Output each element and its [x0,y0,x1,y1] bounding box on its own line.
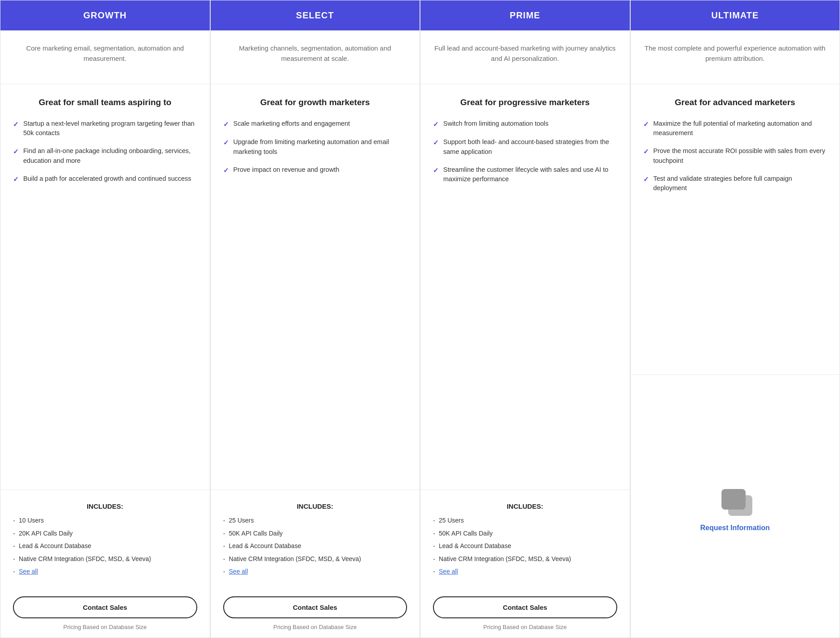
includes-title-prime: INCLUDES: [433,502,617,510]
plan-great-for-growth: Great for small teams aspiring to [0,84,210,112]
bullet-text: Upgrade from limiting marketing automati… [233,137,407,157]
pricing-note-select: Pricing Based on Database Size [223,624,407,630]
includes-item: 10 Users [13,516,197,525]
see-all-item: See all [223,567,407,576]
check-icon: ✓ [223,119,229,130]
check-icon: ✓ [643,147,649,157]
bullet-text: Prove impact on revenue and growth [233,165,339,175]
bullet-text: Build a path for accelerated growth and … [23,174,191,184]
plan-footer-prime: Contact SalesPricing Based on Database S… [420,584,630,638]
bullet-text: Streamline the customer lifecycle with s… [443,165,617,185]
bullet-item: ✓Streamline the customer lifecycle with … [433,165,617,185]
bullet-text: Startup a next-level marketing program t… [23,119,197,139]
includes-title-select: INCLUDES: [223,502,407,510]
plan-footer-growth: Contact SalesPricing Based on Database S… [0,584,210,638]
includes-item: Lead & Account Database [13,542,197,551]
check-icon: ✓ [433,138,439,148]
bullet-item: ✓Switch from limiting automation tools [433,119,617,130]
includes-item: 25 Users [223,516,407,525]
plan-header-select: SELECT [211,0,420,30]
check-icon: ✓ [433,166,439,176]
bullet-text: Switch from limiting automation tools [443,119,548,129]
check-icon: ✓ [223,166,229,176]
bullet-text: Find an all-in-one package including onb… [23,146,197,166]
includes-title-growth: INCLUDES: [13,502,197,510]
see-all-item: See all [433,567,617,576]
bullet-item: ✓Upgrade from limiting marketing automat… [223,137,407,157]
includes-item: Native CRM Integration (SFDC, MSD, & Vee… [223,555,407,564]
bullet-item: ✓Test and validate strategies before ful… [643,174,827,194]
check-icon: ✓ [13,174,19,185]
bullet-item: ✓Prove the most accurate ROI possible wi… [643,146,827,166]
plan-great-for-select: Great for growth marketers [211,84,420,112]
plan-description-ultimate: The most complete and powerful experienc… [631,30,840,84]
contact-sales-btn-growth[interactable]: Contact Sales [13,596,197,618]
plan-header-ultimate: ULTIMATE [631,0,840,30]
bullet-text: Prove the most accurate ROI possible wit… [653,146,827,166]
bullet-text: Support both lead- and account-based str… [443,137,617,157]
bullet-item: ✓Startup a next-level marketing program … [13,119,197,139]
check-icon: ✓ [433,119,439,130]
includes-item: Lead & Account Database [433,542,617,551]
check-icon: ✓ [643,119,649,130]
check-icon: ✓ [13,119,19,130]
plan-col-ultimate: ULTIMATEThe most complete and powerful e… [630,0,840,638]
includes-item: 25 Users [433,516,617,525]
includes-list-select: 25 Users50K API Calls DailyLead & Accoun… [223,516,407,576]
check-icon: ✓ [643,174,649,185]
includes-list-prime: 25 Users50K API Calls DailyLead & Accoun… [433,516,617,576]
includes-list-growth: 10 Users20K API Calls DailyLead & Accoun… [13,516,197,576]
request-info-section: Request Information [631,375,840,638]
includes-item: 20K API Calls Daily [13,529,197,538]
plan-great-for-ultimate: Great for advanced marketers [631,84,840,112]
chat-icon [717,485,753,517]
bullet-item: ✓Maximize the full potential of marketin… [643,119,827,139]
plan-bullets-select: ✓Scale marketing efforts and engagement✓… [211,112,420,490]
includes-item: Native CRM Integration (SFDC, MSD, & Vee… [13,555,197,564]
pricing-note-prime: Pricing Based on Database Size [433,624,617,630]
plan-includes-select: INCLUDES:25 Users50K API Calls DailyLead… [211,490,420,584]
bullet-item: ✓Prove impact on revenue and growth [223,165,407,176]
check-icon: ✓ [13,147,19,157]
bullet-text: Test and validate strategies before full… [653,174,827,194]
see-all-link-select[interactable]: See all [229,567,248,576]
check-icon: ✓ [223,138,229,148]
bullet-item: ✓Scale marketing efforts and engagement [223,119,407,130]
contact-sales-btn-select[interactable]: Contact Sales [223,596,407,618]
bullet-text: Maximize the full potential of marketing… [653,119,827,139]
plan-includes-prime: INCLUDES:25 Users50K API Calls DailyLead… [420,490,630,584]
bullet-item: ✓Find an all-in-one package including on… [13,146,197,166]
contact-sales-btn-prime[interactable]: Contact Sales [433,596,617,618]
bullet-item: ✓Build a path for accelerated growth and… [13,174,197,185]
plan-header-prime: PRIME [420,0,630,30]
bullet-item: ✓Support both lead- and account-based st… [433,137,617,157]
plan-header-growth: GROWTH [0,0,210,30]
svg-rect-1 [721,489,746,510]
see-all-link-prime[interactable]: See all [439,567,458,576]
plan-footer-select: Contact SalesPricing Based on Database S… [211,584,420,638]
see-all-item: See all [13,567,197,576]
plan-description-prime: Full lead and account-based marketing wi… [420,30,630,84]
plan-description-growth: Core marketing email, segmentation, auto… [0,30,210,84]
plan-col-growth: GROWTHCore marketing email, segmentation… [0,0,210,638]
plan-bullets-ultimate: ✓Maximize the full potential of marketin… [631,112,840,375]
plan-description-select: Marketing channels, segmentation, automa… [211,30,420,84]
pricing-note-growth: Pricing Based on Database Size [13,624,197,630]
includes-item: 50K API Calls Daily [223,529,407,538]
includes-item: Native CRM Integration (SFDC, MSD, & Vee… [433,555,617,564]
includes-item: Lead & Account Database [223,542,407,551]
plan-includes-growth: INCLUDES:10 Users20K API Calls DailyLead… [0,490,210,584]
bullet-text: Scale marketing efforts and engagement [233,119,350,129]
plan-bullets-prime: ✓Switch from limiting automation tools✓S… [420,112,630,490]
plan-great-for-prime: Great for progressive marketers [420,84,630,112]
see-all-link-growth[interactable]: See all [19,567,38,576]
plan-col-select: SELECTMarketing channels, segmentation, … [210,0,420,638]
includes-item: 50K API Calls Daily [433,529,617,538]
request-info-link[interactable]: Request Information [700,524,770,532]
plan-col-prime: PRIMEFull lead and account-based marketi… [420,0,630,638]
pricing-grid: GROWTHCore marketing email, segmentation… [0,0,840,638]
plan-bullets-growth: ✓Startup a next-level marketing program … [0,112,210,490]
